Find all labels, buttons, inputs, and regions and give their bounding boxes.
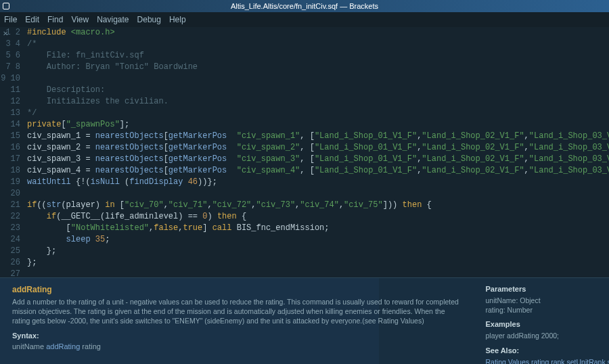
menu-file[interactable]: File — [4, 15, 17, 24]
example-1: player addRating 2000; — [485, 331, 609, 340]
menu-view[interactable]: View — [71, 15, 89, 24]
gutter: 1 2 3 4 5 6 7 8 9 10 11 12 13 14 15 16 1… — [0, 27, 27, 277]
docs-desc: Add a number to the rating of a unit - n… — [12, 297, 461, 326]
examples-label: Examples — [485, 320, 609, 328]
code-text[interactable]: #include <macro.h> /* File: fn_initCiv.s… — [27, 27, 609, 277]
docs-panel: ✕ addRating Add a number to the rating o… — [0, 277, 609, 364]
close-icon[interactable]: ✕ — [3, 30, 8, 37]
docs-right: Parameters unitName: Object rating: Numb… — [473, 278, 609, 364]
param-2: rating: Number — [485, 305, 609, 315]
app-icon — [3, 3, 9, 9]
docs-title: addRating — [12, 285, 461, 294]
syntax-label: Syntax: — [12, 332, 461, 340]
seealso-label: See Also: — [485, 346, 609, 355]
editor: 1 2 3 4 5 6 7 8 9 10 11 12 13 14 15 16 1… — [0, 27, 609, 364]
docs-left: addRating Add a number to the rating of … — [0, 278, 473, 364]
menu-find[interactable]: Find — [47, 15, 63, 24]
menu-bar: File Edit Find View Navigate Debug Help — [0, 12, 609, 27]
menu-help[interactable]: Help — [169, 15, 186, 24]
title-bar: Altis_Life.Altis/core/fn_initCiv.sqf — B… — [0, 0, 609, 12]
window-title: Altis_Life.Altis/core/fn_initCiv.sqf — B… — [231, 2, 378, 10]
seealso-text: Rating Values rating rank setUnitRank si… — [485, 357, 609, 364]
menu-navigate[interactable]: Navigate — [97, 15, 129, 24]
menu-edit[interactable]: Edit — [25, 15, 39, 24]
param-1: unitName: Object — [485, 296, 609, 305]
syntax-text: unitName addRating rating — [12, 342, 461, 350]
menu-debug[interactable]: Debug — [137, 15, 161, 24]
params-label: Parameters — [485, 285, 609, 293]
code-area[interactable]: 1 2 3 4 5 6 7 8 9 10 11 12 13 14 15 16 1… — [0, 27, 609, 277]
